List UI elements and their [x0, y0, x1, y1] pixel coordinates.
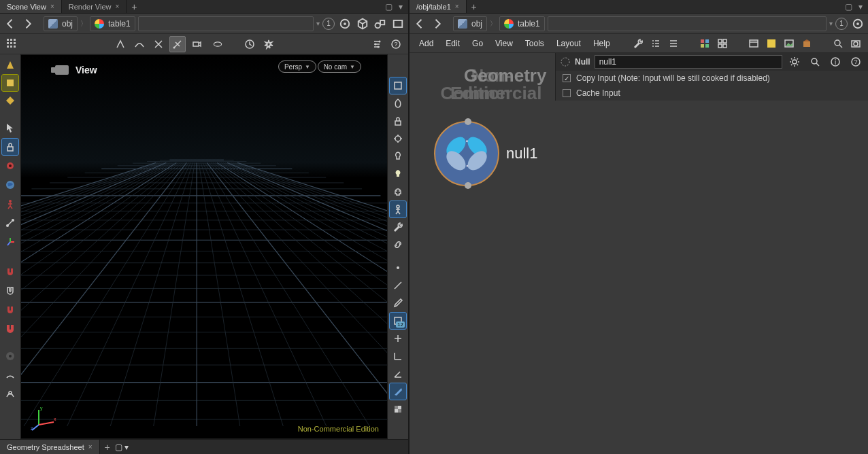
snap-multi-icon[interactable] [169, 36, 186, 52]
forward-button[interactable] [430, 16, 445, 31]
gear-dark-icon[interactable] [2, 348, 18, 364]
menu-tools[interactable]: Tools [520, 36, 550, 51]
palette-grid-icon[interactable] [697, 35, 713, 52]
clock-icon[interactable] [241, 36, 258, 52]
link-icon[interactable] [390, 237, 406, 253]
arc-icon[interactable] [2, 367, 18, 383]
paint-icon[interactable] [390, 383, 406, 400]
eyedrop-icon[interactable] [390, 295, 406, 311]
view-camera-icon[interactable] [188, 36, 205, 52]
display-points-icon[interactable] [390, 77, 406, 94]
node-name-field[interactable] [595, 55, 782, 69]
ghost-icon[interactable] [390, 130, 406, 147]
menu-layout[interactable]: Layout [551, 36, 586, 51]
display-leaf-icon[interactable] [390, 95, 406, 111]
skull-icon[interactable] [390, 184, 406, 200]
close-icon[interactable]: × [116, 3, 120, 10]
follow-selection-button[interactable] [337, 16, 352, 31]
palette-alt-icon[interactable] [714, 35, 731, 52]
sticky-note-icon[interactable] [763, 35, 780, 52]
display-options-icon[interactable] [369, 36, 385, 52]
explosion-icon[interactable] [261, 36, 277, 52]
viewport-3d[interactable]: View Persp▼ No cam▼ Non-Commercial Editi… [20, 54, 388, 439]
axes-colored-icon[interactable] [2, 234, 18, 250]
network-canvas[interactable]: Non-Commercial Geometry Edition [410, 53, 868, 454]
node-input-connector[interactable] [465, 118, 471, 125]
magnet-red-icon[interactable] [2, 264, 18, 280]
chevron-down-icon[interactable]: ▾ [316, 20, 320, 27]
menu-help[interactable]: Help [588, 36, 616, 51]
shelf-grip-icon[interactable] [4, 36, 20, 52]
magnet-wire-icon[interactable] [2, 283, 18, 299]
add-tab-button[interactable]: + [467, 1, 482, 12]
shelf-diamond-icon[interactable] [2, 92, 18, 109]
param-copy-input[interactable]: Copy Input (Note: Input will be still co… [556, 71, 868, 86]
menu-view[interactable]: View [490, 36, 518, 51]
path-input[interactable] [138, 16, 314, 31]
angle-icon[interactable] [390, 366, 406, 382]
persp-dropdown[interactable]: Persp▼ [278, 60, 316, 73]
pane-maximize-icon[interactable]: ▢ [844, 2, 853, 12]
tree-list-icon[interactable] [648, 35, 664, 52]
chevron-down-icon[interactable]: ▾ [829, 20, 833, 27]
checkbox-checked-icon[interactable] [563, 74, 571, 82]
menu-add[interactable]: Add [414, 36, 439, 51]
pane-maximize-icon[interactable]: ▢ [384, 2, 393, 12]
magnet-big-icon[interactable] [2, 321, 18, 337]
info-icon[interactable]: i [827, 54, 844, 70]
curve-o-icon[interactable] [2, 386, 18, 402]
tools-wrench-icon[interactable] [630, 35, 646, 52]
path-segment-geo[interactable]: table1 [499, 16, 545, 31]
node-output-connector[interactable] [465, 182, 471, 189]
add-tab-button[interactable]: + [127, 1, 141, 12]
snap-curve-icon[interactable] [131, 36, 148, 52]
back-button[interactable] [3, 16, 18, 31]
magnet-red2-icon[interactable] [2, 302, 18, 318]
bulb-on-icon[interactable] [390, 166, 406, 182]
shelf-cone-icon[interactable] [2, 57, 18, 73]
snap-grid-icon[interactable] [150, 36, 167, 52]
tab-network-path[interactable]: /obj/table1 × [410, 0, 467, 13]
window-icon[interactable] [746, 35, 762, 52]
snapshot-icon[interactable] [848, 35, 864, 52]
checker-icon[interactable] [390, 401, 406, 417]
path-segment-obj[interactable]: obj [453, 16, 487, 31]
close-icon[interactable]: × [50, 3, 54, 10]
axes-icon[interactable] [390, 348, 406, 364]
badge-12-icon[interactable]: 12 [390, 313, 406, 329]
pane-menu-icon[interactable]: ▾ [396, 2, 405, 12]
bones-icon[interactable] [2, 215, 18, 231]
pane-maximize-icon[interactable]: ▢ [115, 442, 122, 452]
checkbox-unchecked-icon[interactable] [563, 89, 571, 97]
search-icon[interactable] [807, 54, 823, 70]
gear-icon[interactable] [786, 54, 803, 70]
path-segment-obj[interactable]: obj [44, 16, 78, 31]
bulb-off-icon[interactable] [390, 148, 406, 164]
node-null1[interactable]: null1 [434, 121, 537, 186]
snap-point-icon[interactable] [112, 36, 129, 52]
close-icon[interactable]: × [455, 3, 459, 10]
figure-box-icon[interactable] [390, 201, 406, 217]
box-orange-icon[interactable] [799, 35, 815, 52]
forward-button[interactable] [20, 16, 35, 31]
camera-light-red-icon[interactable] [2, 158, 18, 174]
wrench-icon[interactable] [390, 219, 406, 235]
select-tool-icon[interactable] [2, 120, 18, 136]
expand-icon[interactable] [390, 330, 406, 347]
help-icon[interactable]: ? [848, 54, 864, 70]
tab-scene-view[interactable]: Scene View × [0, 0, 62, 13]
follow-selection-button[interactable] [850, 16, 865, 31]
toolbar-card-icon[interactable] [390, 16, 405, 31]
menu-go[interactable]: Go [467, 36, 488, 51]
lock-tool-icon[interactable] [2, 139, 18, 155]
tab-render-view[interactable]: Render View × [62, 0, 127, 13]
camera-dropdown[interactable]: No cam▼ [318, 60, 361, 73]
param-cache-input[interactable]: Cache Input [556, 86, 868, 101]
pin-count-badge[interactable]: 1 [322, 18, 335, 30]
add-tab-button[interactable]: + [100, 442, 115, 453]
pin-count-badge[interactable]: 1 [835, 18, 848, 30]
toolbar-cube-icon[interactable] [355, 16, 370, 31]
lock-icon[interactable] [390, 113, 406, 129]
view-oval-icon[interactable] [207, 36, 228, 52]
brush-dot-icon[interactable] [390, 260, 406, 276]
